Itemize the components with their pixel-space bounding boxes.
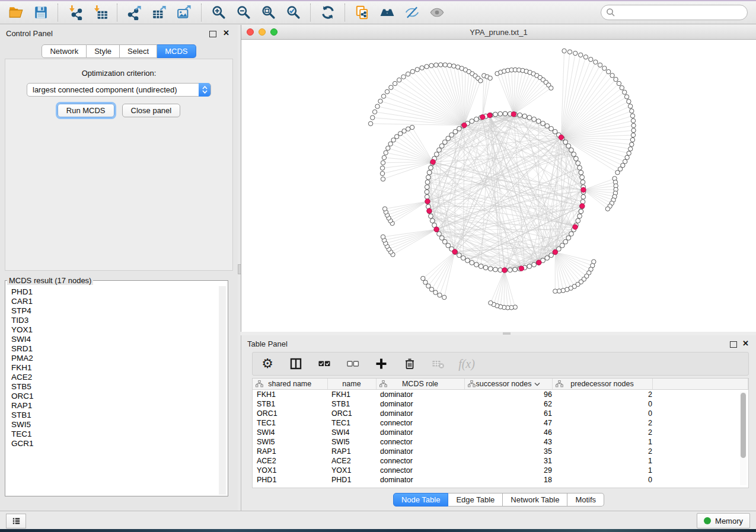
mcds-result-item[interactable]: STB1 — [11, 411, 228, 420]
table-cell[interactable]: connector — [376, 456, 464, 466]
table-row[interactable]: ACE2ACE2connector311 — [253, 456, 748, 466]
mcds-result-item[interactable]: FKH1 — [11, 363, 228, 373]
mcds-result-item[interactable]: STB5 — [11, 382, 228, 392]
unselect-all-columns-button[interactable] — [345, 356, 361, 371]
table-cell[interactable]: ORC1 — [253, 409, 327, 418]
table-cell[interactable] — [652, 447, 748, 456]
table-cell[interactable]: 1 — [552, 437, 652, 447]
table-row[interactable]: FKH1FKH1dominator962 — [253, 390, 748, 400]
mcds-result-item[interactable]: YOX1 — [11, 325, 228, 335]
mcds-result-item[interactable]: PMA2 — [11, 354, 228, 363]
table-cell[interactable]: dominator — [376, 475, 464, 485]
mcds-result-item[interactable]: CAR1 — [11, 297, 228, 306]
table-cell[interactable]: 31 — [464, 456, 552, 466]
mcds-result-item[interactable]: GCR1 — [11, 439, 228, 448]
binoculars-button[interactable] — [375, 3, 400, 22]
zoom-selected-button[interactable] — [281, 3, 306, 22]
tab-mcds[interactable]: MCDS — [157, 44, 196, 58]
table-cell[interactable]: SWI4 — [253, 428, 327, 437]
minimize-window-icon[interactable] — [259, 28, 266, 36]
mcds-result-item[interactable]: SWI5 — [11, 420, 228, 430]
table-row[interactable]: SWI4SWI4dominator462 — [253, 428, 748, 437]
table-settings-gear-button[interactable]: ⚙ — [260, 356, 275, 371]
table-cell[interactable]: 18 — [464, 475, 552, 485]
table-cell[interactable]: 0 — [552, 399, 652, 409]
float-panel-icon[interactable] — [209, 31, 216, 37]
table-cell[interactable] — [652, 475, 748, 485]
table-cell[interactable]: 43 — [464, 437, 552, 447]
zoom-out-button[interactable] — [231, 3, 256, 22]
table-row[interactable]: SWI5SWI5connector431 — [253, 437, 748, 447]
table-cell[interactable]: SWI5 — [327, 437, 376, 447]
table-scrollbar-thumb[interactable] — [741, 393, 746, 458]
table-scrollbar[interactable] — [740, 392, 747, 485]
table-cell[interactable]: ACE2 — [253, 456, 327, 466]
table-row[interactable]: PHD1PHD1dominator180 — [253, 475, 748, 485]
show-all-button[interactable] — [425, 3, 449, 22]
refresh-button[interactable] — [315, 3, 340, 22]
mcds-result-item[interactable]: RAP1 — [11, 401, 228, 411]
close-window-icon[interactable] — [247, 28, 254, 36]
table-cell[interactable] — [652, 418, 748, 428]
column-header-name[interactable]: name — [327, 379, 376, 390]
table-cell[interactable]: 46 — [464, 428, 552, 437]
task-history-button[interactable] — [6, 514, 26, 528]
table-cell[interactable]: connector — [376, 437, 464, 447]
tab-motifs[interactable]: Motifs — [567, 493, 604, 507]
table-cell[interactable]: dominator — [376, 428, 464, 437]
export-image-button[interactable] — [172, 3, 197, 22]
criterion-dropdown[interactable]: largest connected component (undirected) — [27, 83, 211, 97]
open-file-button[interactable] — [4, 3, 28, 22]
tab-node-table[interactable]: Node Table — [393, 493, 449, 507]
table-cell[interactable]: 61 — [464, 409, 552, 418]
column-header-mcds-role[interactable]: MCDS role — [376, 379, 464, 390]
select-all-columns-button[interactable] — [317, 356, 332, 371]
table-cell[interactable]: STB1 — [253, 399, 327, 409]
memory-button[interactable]: Memory — [697, 513, 750, 528]
table-cell[interactable]: TEC1 — [253, 418, 327, 428]
column-header-successor-nodes[interactable]: successor nodes — [464, 379, 552, 390]
table-row[interactable]: RAP1RAP1dominator352 — [253, 447, 748, 456]
table-cell[interactable]: YOX1 — [253, 466, 327, 475]
float-panel-icon[interactable] — [730, 341, 737, 348]
table-cell[interactable]: 35 — [464, 447, 552, 456]
import-table-button[interactable] — [88, 3, 113, 22]
table-cell[interactable]: RAP1 — [327, 447, 376, 456]
table-cell[interactable]: 0 — [552, 409, 652, 418]
tab-network[interactable]: Network — [42, 44, 87, 58]
result-scrollbar[interactable] — [219, 286, 226, 495]
mcds-result-item[interactable]: SWI4 — [11, 335, 228, 344]
table-row[interactable]: YOX1YOX1connector291 — [253, 466, 748, 475]
table-cell[interactable] — [652, 466, 748, 475]
mcds-result-item[interactable]: SRD1 — [11, 344, 228, 354]
table-cell[interactable]: 2 — [552, 428, 652, 437]
mcds-result-item[interactable]: TEC1 — [11, 430, 228, 439]
column-header-predecessor-nodes[interactable]: predecessor nodes — [552, 379, 652, 390]
close-panel-icon[interactable]: ✕ — [223, 28, 229, 37]
maximize-window-icon[interactable] — [270, 28, 277, 36]
save-session-button[interactable] — [28, 3, 53, 22]
network-canvas[interactable] — [241, 40, 756, 332]
table-cell[interactable]: RAP1 — [253, 447, 327, 456]
table-cell[interactable]: 62 — [464, 399, 552, 409]
network-window-titlebar[interactable]: YPA_prune.txt_1 — [241, 25, 756, 40]
tab-network-table[interactable]: Network Table — [503, 493, 567, 507]
table-cell[interactable]: PHD1 — [253, 475, 327, 485]
table-cell[interactable]: dominator — [376, 447, 464, 456]
hide-selected-button[interactable] — [400, 3, 425, 22]
delete-column-button[interactable] — [402, 356, 417, 371]
table-cell[interactable]: 1 — [552, 466, 652, 475]
table-cell[interactable]: dominator — [376, 390, 464, 400]
table-cell[interactable]: 47 — [464, 418, 552, 428]
table-cell[interactable]: STB1 — [327, 399, 376, 409]
splitter-grip[interactable] — [503, 332, 511, 335]
table-cell[interactable]: 2 — [552, 390, 652, 400]
table-cell[interactable]: connector — [376, 418, 464, 428]
table-cell[interactable]: 29 — [464, 466, 552, 475]
table-cell[interactable] — [652, 399, 748, 409]
table-cell[interactable]: SWI4 — [327, 428, 376, 437]
mcds-result-item[interactable]: STP4 — [11, 306, 228, 316]
fit-content-button[interactable] — [256, 3, 281, 22]
table-cell[interactable] — [652, 437, 748, 447]
table-cell[interactable] — [652, 428, 748, 437]
